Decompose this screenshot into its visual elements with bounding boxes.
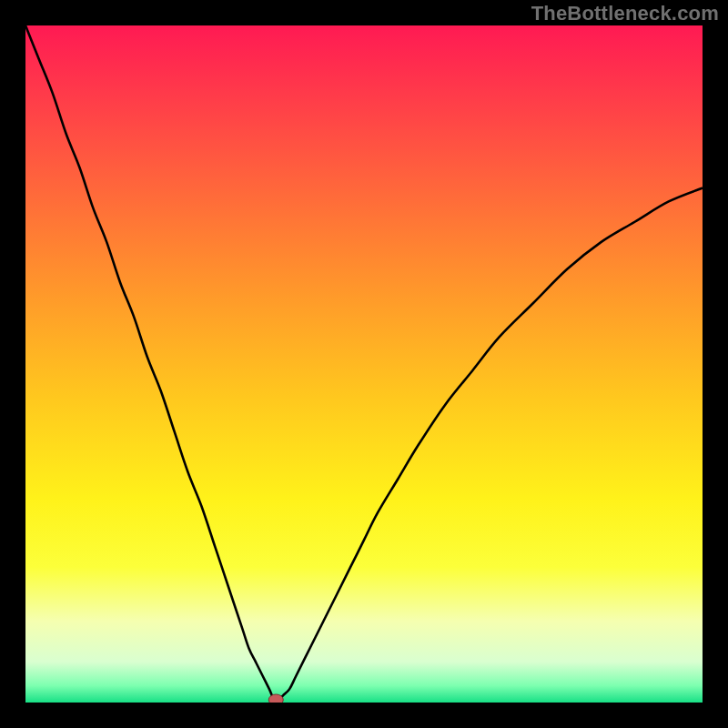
optimal-point-marker	[268, 694, 283, 703]
watermark-text: TheBottleneck.com	[531, 2, 719, 25]
background-gradient	[25, 25, 703, 703]
chart-svg	[25, 25, 703, 703]
plot-area	[25, 25, 703, 703]
chart-frame: TheBottleneck.com	[0, 0, 728, 728]
